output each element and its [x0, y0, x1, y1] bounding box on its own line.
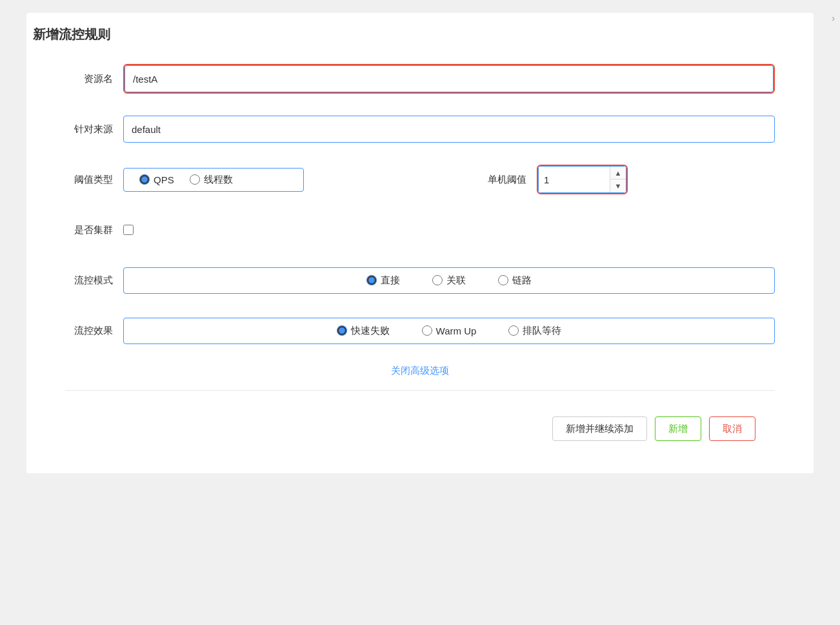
- thread-radio[interactable]: [190, 174, 200, 185]
- flow-related-label: 关联: [446, 274, 466, 287]
- flow-related-radio[interactable]: [432, 275, 443, 285]
- flow-direct-label: 直接: [381, 274, 400, 287]
- cancel-button[interactable]: 取消: [709, 416, 755, 441]
- flow-warm-up-radio[interactable]: [422, 325, 432, 336]
- source-control: [123, 116, 775, 143]
- thread-option[interactable]: 线程数: [190, 174, 233, 186]
- threshold-input-highlight: ▲ ▼: [537, 165, 628, 194]
- flow-queue-label: 排队等待: [523, 325, 561, 337]
- collapse-advanced-link[interactable]: 关闭高级选项: [391, 365, 449, 376]
- resource-control: [123, 64, 775, 94]
- threshold-type-row: 阈值类型 QPS 线程数 单机阈值: [65, 163, 775, 196]
- cluster-checkbox-wrapper: [123, 225, 134, 235]
- flow-effect-control: 快速失败 Warm Up 排队等待: [123, 318, 775, 344]
- flow-chain-option[interactable]: 链路: [498, 274, 532, 287]
- flow-effect-label: 流控效果: [65, 325, 123, 337]
- thread-label: 线程数: [204, 174, 233, 186]
- resource-input-highlight: [123, 64, 775, 94]
- dialog-panel: 新增流控规则 资源名 针对来源 阈值类型: [26, 13, 814, 473]
- flow-effect-row: 流控效果 快速失败 Warm Up 排队等待: [65, 314, 775, 347]
- cluster-row: 是否集群: [65, 214, 775, 246]
- flow-queue-radio[interactable]: [508, 325, 519, 336]
- footer-divider: [65, 390, 775, 391]
- source-row: 针对来源: [65, 113, 775, 145]
- resource-row: 资源名: [65, 63, 775, 95]
- flow-mode-row: 流控模式 直接 关联 链路: [65, 264, 775, 296]
- qps-option[interactable]: QPS: [139, 174, 174, 185]
- chevron-right-icon: ›: [832, 13, 835, 23]
- source-input[interactable]: [123, 116, 775, 143]
- flow-warm-up-option[interactable]: Warm Up: [422, 325, 477, 336]
- flow-chain-radio[interactable]: [498, 275, 508, 285]
- flow-effect-radio-box: 快速失败 Warm Up 排队等待: [123, 318, 775, 344]
- collapse-link-wrapper: 关闭高级选项: [65, 365, 775, 377]
- qps-radio[interactable]: [139, 174, 150, 185]
- flow-related-option[interactable]: 关联: [432, 274, 466, 287]
- flow-fast-fail-radio[interactable]: [337, 325, 347, 336]
- flow-fast-fail-option[interactable]: 快速失败: [337, 325, 390, 337]
- flow-mode-radio-box: 直接 关联 链路: [123, 267, 775, 294]
- resource-name-input[interactable]: [125, 65, 774, 92]
- flow-fast-fail-label: 快速失败: [351, 325, 390, 337]
- flow-chain-label: 链路: [512, 274, 532, 287]
- cluster-label: 是否集群: [65, 224, 123, 236]
- flow-mode-control: 直接 关联 链路: [123, 267, 775, 294]
- flow-warm-up-label: Warm Up: [436, 325, 477, 336]
- flow-direct-option[interactable]: 直接: [366, 274, 400, 287]
- threshold-type-section: QPS 线程数: [123, 168, 449, 192]
- threshold-input-wrapper: ▲ ▼: [538, 166, 626, 193]
- footer-actions: 新增并继续添加 新增 取消: [65, 404, 775, 441]
- add-button[interactable]: 新增: [655, 416, 701, 441]
- flow-direct-radio[interactable]: [366, 275, 377, 285]
- flow-mode-label: 流控模式: [65, 274, 123, 287]
- flow-queue-option[interactable]: 排队等待: [508, 325, 561, 337]
- single-threshold-section: 单机阈值 ▲ ▼: [449, 165, 775, 194]
- qps-label: QPS: [154, 174, 174, 185]
- page-title: 新增流控规则: [26, 13, 814, 63]
- single-threshold-label: 单机阈值: [488, 174, 526, 186]
- cluster-checkbox[interactable]: [123, 225, 134, 235]
- form-body: 资源名 针对来源 阈值类型: [26, 63, 814, 454]
- threshold-spin-down[interactable]: ▼: [610, 179, 626, 192]
- source-label: 针对来源: [65, 123, 123, 136]
- threshold-type-radio-box: QPS 线程数: [123, 168, 304, 192]
- continue-add-button[interactable]: 新增并继续添加: [552, 416, 647, 441]
- resource-label: 资源名: [65, 73, 123, 85]
- threshold-spin-up[interactable]: ▲: [610, 167, 626, 179]
- threshold-spinners: ▲ ▼: [610, 167, 626, 192]
- single-threshold-input[interactable]: [539, 167, 610, 192]
- threshold-type-label: 阈值类型: [65, 174, 123, 186]
